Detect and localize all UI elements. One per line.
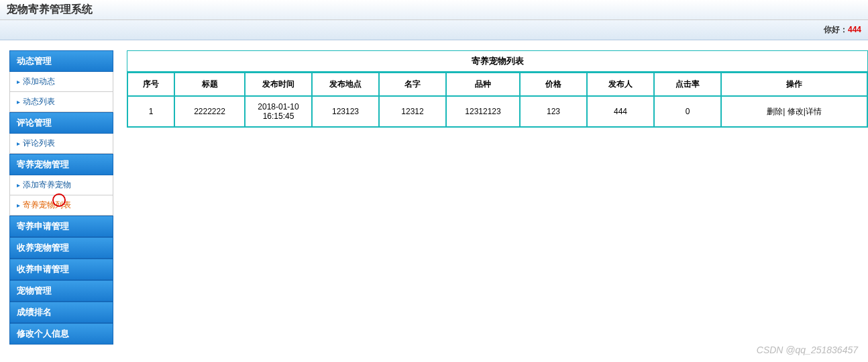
table-title: 寄养宠物列表 xyxy=(127,50,868,72)
table-header-row: 序号 标题 发布时间 发布地点 名字 品种 价格 发布人 点击率 操作 xyxy=(127,73,867,96)
menu-header-pet[interactable]: 宠物管理 xyxy=(9,280,113,302)
col-title: 标题 xyxy=(174,73,245,96)
table-row: 1 2222222 2018-01-10 16:15:45 123123 123… xyxy=(127,96,867,127)
col-name: 名字 xyxy=(379,73,446,96)
action-links[interactable]: 删除| 修改|详情 xyxy=(767,107,822,116)
col-location: 发布地点 xyxy=(312,73,379,96)
col-breed: 品种 xyxy=(446,73,520,96)
cell-actions: 删除| 修改|详情 xyxy=(721,96,867,127)
sidebar-item-foster-pet-list[interactable]: ▸ 寄养宠物列表 xyxy=(9,195,113,216)
col-price: 价格 xyxy=(520,73,587,96)
main-content: 寄养宠物列表 序号 标题 发布时间 发布地点 名字 品种 价格 发布人 点击率 … xyxy=(127,50,868,345)
sidebar-item-label: 寄养宠物列表 xyxy=(23,199,71,211)
cell-seq: 1 xyxy=(127,96,174,127)
cell-price: 123 xyxy=(520,96,587,127)
sidebar-item-label: 评论列表 xyxy=(23,138,55,149)
menu-header-rank[interactable]: 成绩排名 xyxy=(9,302,113,323)
col-actions: 操作 xyxy=(721,73,867,96)
foster-pet-table: 序号 标题 发布时间 发布地点 名字 品种 价格 发布人 点击率 操作 1 22… xyxy=(127,72,868,128)
menu-header-adopt-apply[interactable]: 收养申请管理 xyxy=(9,259,113,280)
arrow-icon: ▸ xyxy=(17,98,20,105)
cell-location: 123123 xyxy=(312,96,379,127)
menu-header-profile[interactable]: 修改个人信息 xyxy=(9,323,113,345)
top-bar: 你好：444 xyxy=(0,20,868,40)
cell-title: 2222222 xyxy=(174,96,245,127)
menu-header-dynamic[interactable]: 动态管理 xyxy=(9,50,113,72)
menu-header-foster-apply[interactable]: 寄养申请管理 xyxy=(9,216,113,237)
username: 444 xyxy=(848,25,861,34)
sidebar-item-dynamic-list[interactable]: ▸ 动态列表 xyxy=(9,92,113,112)
arrow-icon: ▸ xyxy=(17,181,20,189)
sidebar-item-label: 添加动态 xyxy=(23,76,55,87)
arrow-icon: ▸ xyxy=(17,140,20,147)
col-clicks: 点击率 xyxy=(654,73,721,96)
sidebar-item-add-foster-pet[interactable]: ▸ 添加寄养宠物 xyxy=(9,175,113,195)
col-seq: 序号 xyxy=(127,73,174,96)
cell-clicks: 0 xyxy=(654,96,721,127)
col-pubtime: 发布时间 xyxy=(245,73,312,96)
sidebar-item-label: 动态列表 xyxy=(23,96,55,107)
menu-header-adopt-pet[interactable]: 收养宠物管理 xyxy=(9,237,113,259)
app-title: 宠物寄养管理系统 xyxy=(7,3,861,17)
sidebar-item-label: 添加寄养宠物 xyxy=(23,179,71,191)
cell-publisher: 444 xyxy=(587,96,654,127)
arrow-icon: ▸ xyxy=(17,201,20,209)
sidebar-item-comment-list[interactable]: ▸ 评论列表 xyxy=(9,134,113,154)
greeting-label: 你好： xyxy=(824,25,848,34)
col-publisher: 发布人 xyxy=(587,73,654,96)
app-header: 宠物寄养管理系统 xyxy=(0,0,868,20)
sidebar: 动态管理 ▸ 添加动态 ▸ 动态列表 评论管理 ▸ 评论列表 寄养宠物管理 ▸ … xyxy=(9,50,113,345)
cell-name: 12312 xyxy=(379,96,446,127)
cell-pubtime: 2018-01-10 16:15:45 xyxy=(245,96,312,127)
sidebar-item-add-dynamic[interactable]: ▸ 添加动态 xyxy=(9,72,113,92)
cell-breed: 12312123 xyxy=(446,96,520,127)
menu-header-foster-pet[interactable]: 寄养宠物管理 xyxy=(9,154,113,175)
arrow-icon: ▸ xyxy=(17,78,20,85)
menu-header-comment[interactable]: 评论管理 xyxy=(9,112,113,134)
